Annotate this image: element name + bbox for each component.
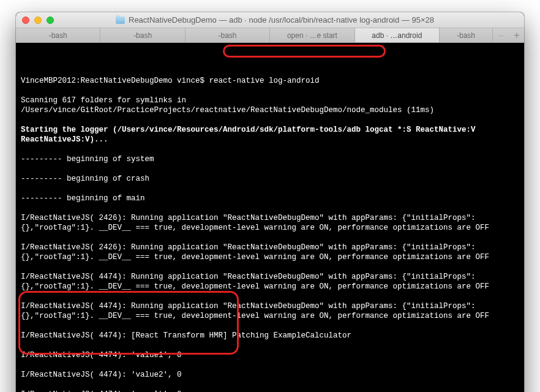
close-icon[interactable] (22, 17, 29, 24)
prompt-line: VinceMBP2012:ReactNativeDebugDemo vince$… (21, 76, 519, 86)
window-title: ReactNativeDebugDemo — adb · node /usr/l… (129, 15, 434, 24)
tab-label: -bash (133, 31, 152, 40)
terminal-body[interactable]: VinceMBP2012:ReactNativeDebugDemo vince$… (16, 43, 524, 392)
highlight-command (223, 45, 386, 58)
output-line: --------- beginning of crash (21, 174, 519, 184)
tab-bar: -bash -bash -bash open · …e start adb · … (16, 28, 524, 43)
prompt: VinceMBP2012:ReactNativeDebugDemo vince$ (21, 77, 209, 85)
tab-5-active[interactable]: adb · …android (355, 28, 440, 42)
tab-label: adb · …android (372, 31, 422, 40)
output-line: I/ReactNativeJS( 4474): [React Transform… (21, 331, 519, 341)
output-line: I/ReactNativeJS( 4474): Running applicat… (21, 272, 519, 292)
output-line: --------- beginning of main (21, 194, 519, 203)
window-title-area: ReactNativeDebugDemo — adb · node /usr/l… (45, 15, 504, 24)
tab-2[interactable]: -bash (100, 28, 185, 42)
tab-6[interactable]: -bash (440, 28, 492, 42)
terminal-window: ReactNativeDebugDemo — adb · node /usr/l… (16, 12, 524, 392)
output-line-bold: Starting the logger (/Users/vince/Resour… (21, 125, 519, 145)
output-line: I/ReactNativeJS( 2426): Running applicat… (21, 213, 519, 233)
log-line: I/ReactNativeJS( 4474): 'result', 0 (21, 390, 519, 392)
tab-label: -bash (49, 31, 67, 40)
log-line: I/ReactNativeJS( 4474): 'value2', 0 (21, 370, 519, 380)
tab-4[interactable]: open · …e start (270, 28, 354, 42)
tab-label: -bash (457, 31, 475, 40)
titlebar[interactable]: ReactNativeDebugDemo — adb · node /usr/l… (16, 12, 524, 28)
new-tab-button[interactable]: + (509, 28, 524, 42)
log-line: I/ReactNativeJS( 4474): 'value1', 0 (21, 350, 519, 360)
output-line: --------- beginning of system (21, 154, 519, 164)
folder-icon (116, 17, 125, 24)
output-line: Scanning 617 folders for symlinks in /Us… (21, 96, 519, 115)
typed-command: react-native log-android (209, 77, 320, 85)
tab-label: open · …e start (287, 31, 337, 40)
tab-3[interactable]: -bash (186, 28, 270, 42)
highlight-logs (18, 291, 239, 355)
tabs-overflow[interactable]: ··· (492, 28, 509, 42)
output-line: I/ReactNativeJS( 4474): Running applicat… (21, 301, 519, 321)
minimize-icon[interactable] (34, 17, 42, 24)
output-line: I/ReactNativeJS( 2426): Running applicat… (21, 243, 519, 262)
tab-1[interactable]: -bash (16, 28, 100, 42)
tab-label: -bash (219, 31, 237, 40)
